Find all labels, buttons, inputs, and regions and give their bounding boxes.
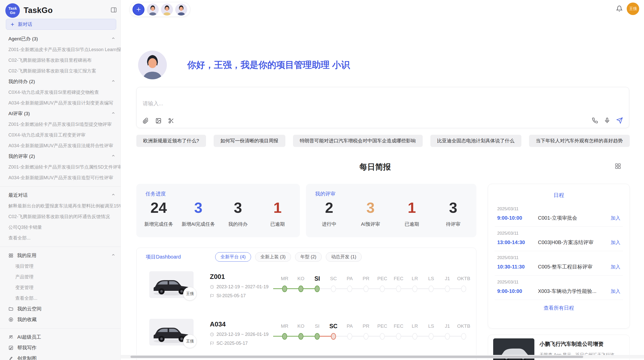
chevron-up-icon[interactable] [111, 79, 115, 84]
dashboard-filter-chip[interactable]: 全新上装 (3) [255, 252, 291, 262]
sidebar-item[interactable]: 变更管理 [0, 282, 121, 293]
project-row[interactable]: 王强Z0012023-12-19 ~ 2027-01-19SI-2025-05-… [149, 271, 466, 298]
sidebar-item[interactable]: A034-全新新能源MUV产品开发项目计划变更表编写 [0, 98, 121, 108]
sidebar-section-header[interactable]: Agent已办 (3) [0, 34, 121, 44]
sidebar-item-12[interactable]: 帮我写作 [0, 342, 121, 353]
suggestion-chip[interactable]: 如何写一份清晰的项目周报 [214, 135, 285, 147]
voice-call-icon[interactable] [592, 117, 598, 124]
milestone-lead [270, 274, 276, 298]
schedule-card: 日程 2025/03/119:00-10:00C001-立项审批会加入2025/… [488, 184, 630, 328]
sidebar-section-header[interactable]: 我的待办 (2) [0, 76, 121, 87]
event-name: C005-整车工程目标评审 [538, 263, 611, 270]
milestone: SI [309, 321, 325, 346]
milestone-label: KO [297, 321, 304, 331]
user-name: 王强 [629, 6, 637, 11]
dashboard-filter-chip[interactable]: 年型 (2) [295, 252, 322, 262]
suggestion-chip[interactable]: 比亚迪全固态电池计划具体说了什么 [430, 135, 521, 147]
milestone-dot [363, 286, 369, 292]
chevron-up-icon[interactable] [111, 154, 115, 159]
chevron-up-icon[interactable] [111, 253, 115, 258]
agent-avatar-3[interactable] [175, 4, 187, 16]
join-event-link[interactable]: 加入 [611, 264, 620, 270]
sidebar-item-9[interactable]: 我的收藏 [0, 314, 121, 325]
add-agent-button[interactable] [133, 4, 144, 16]
snippet-scissors-icon[interactable] [168, 118, 174, 124]
taskgo-logo: Task Go [5, 3, 20, 18]
milestone-dot [380, 333, 385, 340]
apps-icon [8, 253, 13, 258]
chevron-up-icon[interactable] [111, 36, 115, 42]
horizontal-scrollbar-thumb[interactable] [130, 356, 583, 358]
agent-avatar-2[interactable] [161, 4, 173, 16]
sidebar-item[interactable]: A034-全新新能源MUV产品开发项目造型可行性评审 [0, 172, 121, 183]
people-icon [8, 335, 13, 340]
join-event-link[interactable]: 加入 [611, 288, 620, 295]
sidebar-item[interactable]: 产品管理 [0, 272, 121, 282]
project-code: Z001 [210, 273, 270, 281]
new-chat-button[interactable]: 新对话 [6, 19, 116, 30]
sidebar-item[interactable]: 解释最新出台的欧盟报废车法规再生塑料比例被调至15%... [0, 201, 121, 211]
microphone-icon[interactable] [604, 117, 610, 124]
sidebar-item[interactable]: C02-飞腾新能源轻客改款项目的闭环通告反馈情况 [0, 211, 121, 222]
event-row: 9:00-10:00C001-立项审批会加入 [497, 215, 620, 221]
brief-layout-grid-icon[interactable] [614, 163, 621, 171]
sidebar-item[interactable]: C02-飞腾新能源轻客改款项目里程碑画布 [0, 55, 121, 66]
dashboard-filter-chip[interactable]: 动总开发 (1) [326, 252, 362, 262]
milestone-dot [412, 333, 417, 340]
composer-left-icons [143, 118, 174, 124]
chat-input[interactable] [143, 100, 550, 107]
chevron-up-icon[interactable] [111, 111, 115, 116]
user-avatar[interactable]: 王强 [627, 3, 639, 15]
sidebar-item[interactable]: 查看全部... [0, 233, 121, 243]
sidebar-section-header[interactable]: 我的评审 (2) [0, 151, 121, 162]
send-icon[interactable] [616, 117, 623, 124]
project-row[interactable]: 王强A0342023-12-19 ~ 2026-01-19SC-2025-05-… [149, 319, 466, 346]
sidebar-item[interactable]: C0X4-动力总成开发项目工程变更评审 [0, 130, 121, 140]
join-event-link[interactable]: 加入 [611, 239, 620, 246]
event-name: X003-车辆动力学性能验... [538, 288, 611, 295]
sidebar-item[interactable]: Z001-全新燃油轻卡产品开发项目SI造型提交物评审 [0, 119, 121, 130]
sidebar-item-13[interactable]: 创意制图 [0, 353, 121, 360]
suggestion-chip[interactable]: 欧洲新规最近颁布了什么? [136, 135, 206, 147]
attachment-icon[interactable] [143, 118, 149, 124]
sidebar-item[interactable]: 查看全部... [0, 293, 121, 304]
join-event-link[interactable]: 加入 [611, 215, 620, 221]
suggestion-chip[interactable]: 当下年轻人对汽车外观有怎样的喜好趋势 [529, 135, 630, 147]
dashboard-header: 项目Dashboard 全新平台 (4)全新上装 (3)年型 (2)动总开发 (… [137, 248, 476, 266]
milestone-dot [331, 286, 336, 292]
sidebar-section-header[interactable]: 我的应用 [0, 250, 121, 261]
event-time: 9:00-10:00 [497, 288, 538, 294]
project-dates: 2023-12-19 ~ 2026-01-19 [216, 332, 269, 337]
milestone: KO [293, 321, 309, 346]
sidebar-link-label: 我的收藏 [17, 316, 37, 323]
sidebar-section-label: 我的应用 [17, 252, 36, 259]
sidebar-item[interactable]: Z001-全新燃油轻卡产品开发项目SI节点属性5D文件评审 [0, 162, 121, 172]
sidebar-item-11[interactable]: AI超级员工 [0, 332, 121, 342]
sidebar-item[interactable]: C0X4-动力总成开发项目SI里程碑提交物检查 [0, 87, 121, 98]
milestone-label: J1 [445, 274, 450, 283]
sidebar-section-header[interactable]: 最近对话 [0, 190, 121, 201]
event-row: 13:00-14:30C003|H0B-方案冻结评审加入 [497, 239, 620, 246]
chevron-up-icon[interactable] [111, 192, 115, 198]
sidebar-item[interactable]: Z001-全新燃油皮卡产品开发项目SI节点Lesson Learn报告 [0, 44, 121, 55]
sidebar-item[interactable]: 公司Q3轻卡销量 [0, 222, 121, 233]
stat-value: 3 [350, 199, 391, 217]
sidebar-item[interactable]: C02-飞腾新能源轻客改款项目立项汇报方案 [0, 66, 121, 76]
sidebar-item[interactable]: A034-全新新能源MUV产品开发项目法规符合性评审 [0, 140, 121, 151]
agent-avatar-1[interactable] [147, 4, 159, 16]
stat-item: 3我的待办 [218, 199, 258, 228]
sidebar-item-8[interactable]: 我的云空间 [0, 304, 121, 314]
sidebar-item[interactable]: 项目管理 [0, 261, 121, 272]
milestone-label: PEC [377, 274, 387, 283]
suggestion-chip[interactable]: 特朗普可能对进口汽车增税会对中国车企造成哪些影响 [293, 135, 423, 147]
dashboard-filter-chip[interactable]: 全新平台 (4) [215, 252, 251, 262]
view-all-schedule-link[interactable]: 查看所有日程 [488, 305, 630, 311]
image-upload-icon[interactable] [155, 118, 162, 124]
milestone-label: LR [412, 274, 418, 283]
notification-bell-icon[interactable] [616, 5, 623, 13]
event-date: 2025/03/11 [497, 206, 620, 212]
collapse-sidebar-icon[interactable] [110, 7, 117, 14]
sidebar-section-header[interactable]: AI评审 (3) [0, 108, 121, 119]
milestone-label: LS [428, 274, 434, 283]
sidebar-nav: Agent已办 (3)Z001-全新燃油皮卡产品开发项目SI节点Lesson L… [0, 34, 121, 360]
